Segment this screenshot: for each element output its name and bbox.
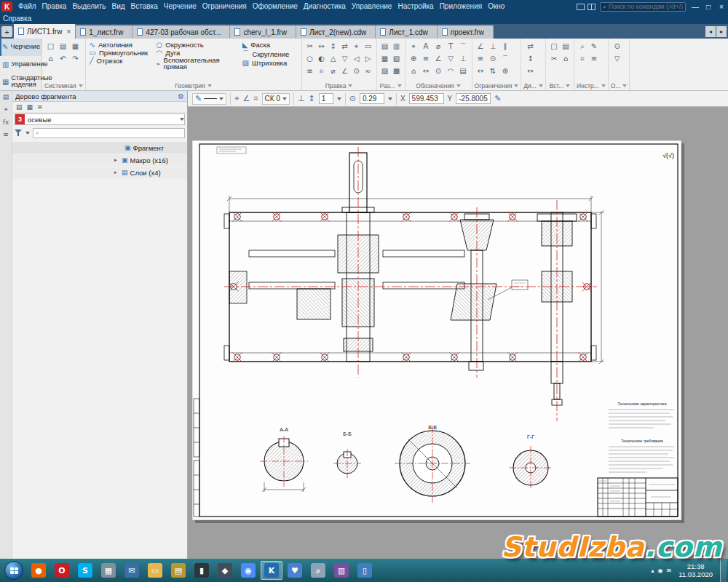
notepad-icon[interactable]: ▯ — [354, 561, 376, 580]
group-label[interactable]: Инстр... — [577, 81, 606, 90]
chrome-icon[interactable]: ◉ — [237, 561, 259, 580]
toolbar-icon[interactable]: ◐ — [316, 52, 328, 65]
toolbar-icon[interactable]: ≡ — [588, 52, 600, 65]
minimize-button[interactable]: — — [689, 0, 702, 13]
toolbar-icon[interactable]: ⌖ — [408, 40, 420, 52]
toolbar-icon[interactable]: ▤ — [57, 40, 69, 52]
group-label[interactable]: Раз... — [379, 81, 403, 90]
toolbar-icon[interactable]: ≡ — [475, 52, 487, 65]
toolbar-icon[interactable]: ⌗ — [316, 65, 328, 77]
toolbar-icon[interactable]: ⊙ — [432, 65, 445, 77]
toolbar-icon[interactable]: ⇄ — [339, 40, 351, 52]
toolbar-icon[interactable]: ↷ — [69, 52, 82, 65]
toolbar-icon[interactable]: ⊥ — [487, 40, 499, 52]
menu-item[interactable]: Вид — [109, 0, 128, 13]
toolbar-icon[interactable]: ⌂ — [408, 65, 420, 77]
toolbar-icon[interactable]: ⌂ — [44, 52, 57, 65]
toolbar-icon[interactable]: ▽ — [445, 52, 457, 65]
geometry-tool[interactable]: ○ Окружность — [157, 41, 240, 49]
tab-scroll-left[interactable]: ◂ — [705, 26, 716, 37]
toolbar-icon[interactable]: ⊙ — [611, 40, 624, 52]
menu-item[interactable]: Черчение — [161, 0, 199, 13]
start-button[interactable] — [4, 561, 23, 580]
toolbar-icon[interactable]: ▥ — [391, 40, 403, 52]
geometry-tool[interactable]: ╱ Отрезок — [90, 57, 154, 65]
toolbar-icon[interactable]: ○ — [304, 52, 316, 65]
menu-item-spravka[interactable]: Справка — [0, 12, 34, 25]
panel-switch-icon[interactable]: ⌖ — [4, 105, 7, 113]
document-tab[interactable]: Лист_2(new).cdw — [296, 25, 376, 39]
command-search[interactable]: ⌕ — [600, 2, 686, 12]
menu-item[interactable]: Файл — [15, 0, 39, 13]
tray-icon[interactable]: ✉ — [666, 567, 671, 574]
toolbar-icon[interactable]: ⊙ — [487, 52, 499, 65]
toolbar-icon[interactable]: ⌂ — [560, 52, 571, 65]
toolbar-icon[interactable]: ⌀ — [432, 40, 445, 52]
window-layout-icon[interactable] — [577, 4, 585, 10]
toolbar-icon[interactable]: ✂ — [304, 40, 316, 52]
expand-arrow-icon[interactable]: ▸ — [114, 170, 119, 175]
toolbar-icon[interactable]: ▤ — [560, 40, 571, 52]
document-tab[interactable]: проект.frw — [438, 25, 494, 39]
group-label[interactable]: Геометрия — [88, 81, 299, 90]
menu-item[interactable]: Правка — [39, 0, 70, 13]
toolbar-icon[interactable]: ⌒ — [499, 52, 512, 65]
toolbar-icon[interactable]: ⌗ — [577, 52, 588, 65]
menu-item[interactable]: Управление — [349, 0, 395, 13]
menu-item[interactable]: Окно — [485, 0, 507, 13]
angle-snap-icon[interactable]: ∠ — [242, 94, 250, 103]
tray-icon[interactable]: ◉ — [657, 567, 662, 574]
folder-icon[interactable]: ▭ — [144, 561, 166, 580]
toolbar-icon[interactable]: ↔ — [523, 65, 537, 77]
tray-icon[interactable]: ▴ — [651, 567, 654, 574]
group-label[interactable]: Правка — [304, 81, 374, 90]
menu-item[interactable]: Ограничения — [199, 0, 250, 13]
launcher-icon[interactable]: ◆ — [214, 561, 236, 580]
toolbar-icon[interactable]: ⌖ — [351, 40, 363, 52]
geometry-tool[interactable]: ▭ Прямоугольник — [90, 49, 154, 57]
geometry-tool[interactable]: ▨ Штриховка — [242, 59, 298, 67]
menu-item[interactable]: Диагностика — [301, 0, 349, 13]
toolbar-icon[interactable]: □ — [44, 40, 57, 52]
group-label[interactable]: О... — [611, 81, 628, 90]
toolbar-icon[interactable]: ⊙ — [351, 65, 363, 77]
group-label[interactable]: Вст... — [548, 81, 571, 90]
firefox-icon[interactable]: ● — [28, 561, 50, 580]
group-label[interactable]: Системная — [44, 81, 83, 90]
tree-toolbar-icon[interactable]: ▦ — [27, 103, 33, 111]
toolbar-icon[interactable]: ⊕ — [408, 52, 420, 65]
toolbar-icon[interactable]: ▽ — [611, 52, 624, 65]
tab-scroll-right[interactable]: ▸ — [716, 26, 727, 37]
toolbar-icon[interactable]: ↕ — [328, 40, 339, 52]
toolbar-icon[interactable]: ▧ — [391, 52, 403, 65]
toolbar-icon[interactable]: ▨ — [379, 65, 391, 77]
filter-icon[interactable] — [15, 129, 23, 137]
geometry-tool[interactable]: ◣ Фаска — [242, 41, 298, 49]
toolbar-icon[interactable]: ↶ — [57, 52, 69, 65]
toolbar-icon[interactable]: ↔ — [420, 65, 432, 77]
panel-switch-icon[interactable]: ▤ — [3, 93, 9, 100]
document-tab[interactable]: 427-03 рабочая обст... — [132, 25, 230, 39]
drawing-viewport[interactable]: √(√) — [188, 107, 728, 559]
menu-item[interactable]: Выделить — [69, 0, 108, 13]
toolbar-icon[interactable]: ▦ — [379, 52, 391, 65]
toolbar-icon[interactable]: T — [445, 40, 457, 52]
toolbar-icon[interactable]: □ — [548, 40, 560, 52]
tree-item[interactable]: ▸ ▤ Слои (x4) — [12, 167, 187, 178]
ribbon-side-tab[interactable]: ▥ Управление — [0, 56, 41, 73]
group-label[interactable]: Обозначения — [408, 81, 470, 90]
toolbar-icon[interactable]: ≈ — [363, 65, 374, 77]
close-button[interactable]: × — [715, 0, 728, 13]
coordinate-system-selector[interactable]: СК 0 — [262, 93, 290, 105]
toolbar-icon[interactable]: △ — [328, 52, 339, 65]
toolbar-icon[interactable]: ⇅ — [487, 65, 499, 77]
toolbar-icon[interactable]: ↔ — [475, 65, 487, 77]
clipboard-icon[interactable]: ▤ — [167, 561, 189, 580]
group-label[interactable]: Ограничения — [475, 81, 519, 90]
toolbar-icon[interactable]: ▽ — [339, 52, 351, 65]
hearts-icon[interactable]: ♥ — [284, 561, 306, 580]
ribbon-side-tab[interactable]: ✎ Черчение — [0, 39, 41, 56]
snap-icon[interactable]: ⌖ — [234, 94, 239, 103]
toolbar-icon[interactable]: ◁ — [351, 52, 363, 65]
toolbar-icon[interactable]: ↔ — [316, 40, 328, 52]
